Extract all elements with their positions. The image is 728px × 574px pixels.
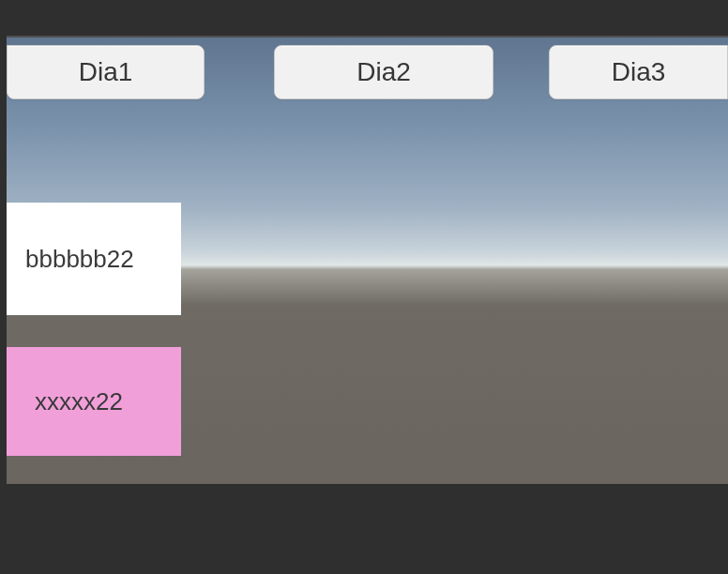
panel-pink: xxxxx22 (7, 347, 181, 456)
app-frame: Dia1 Dia2 Dia3 bbbbbb22 xxxxx22 (0, 0, 728, 574)
panel-white-text: bbbbbb22 (25, 245, 134, 274)
dia1-label: Dia1 (79, 57, 133, 87)
dia1-button[interactable]: Dia1 (7, 45, 205, 99)
dia2-button[interactable]: Dia2 (274, 45, 493, 99)
panel-pink-text: xxxxx22 (35, 387, 123, 416)
dia3-button[interactable]: Dia3 (549, 45, 728, 99)
panel-white: bbbbbb22 (7, 203, 181, 315)
dia2-label: Dia2 (356, 57, 411, 87)
dia3-label: Dia3 (612, 57, 666, 87)
